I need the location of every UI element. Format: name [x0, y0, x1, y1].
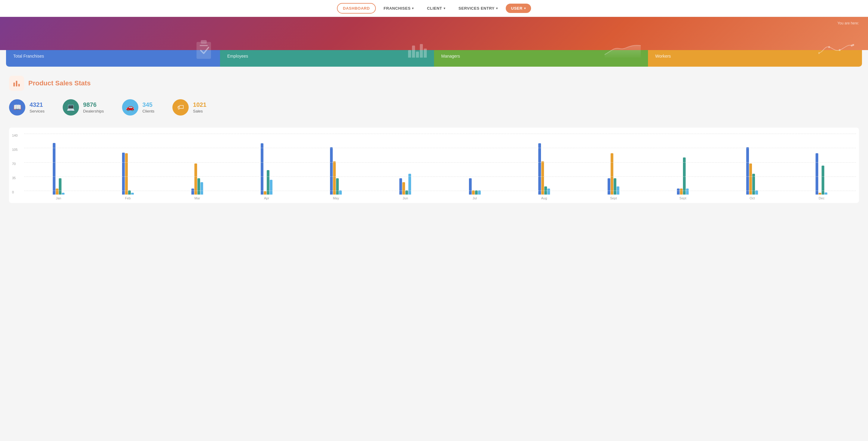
bar — [818, 193, 821, 195]
section-title: Product Sales Stats — [28, 79, 91, 87]
stat-sub-label: Dealerships — [83, 109, 104, 113]
month-group: Oct — [718, 134, 786, 200]
month-bars — [608, 134, 619, 195]
stat-item-sales: 🏷 1021 Sales — [173, 99, 207, 116]
nav-item-dashboard[interactable]: DASHBOARD — [337, 3, 376, 13]
user-button[interactable]: USER ▾ — [506, 4, 531, 13]
month-group: May — [302, 134, 370, 200]
bar — [749, 164, 752, 195]
month-label: Jul — [472, 196, 477, 200]
month-group: Jan — [24, 134, 93, 200]
nav-item-client[interactable]: CLIENT ▾ — [422, 4, 451, 13]
bar — [333, 161, 336, 195]
laptop-icon: 💻 — [63, 99, 79, 116]
bar — [683, 157, 686, 195]
bar — [478, 190, 481, 195]
bar — [677, 188, 680, 195]
svg-rect-7 — [13, 83, 15, 87]
stats-row: 📖 4321 Services 💻 9876 Dealerships 🚗 345… — [9, 99, 859, 116]
bar — [544, 186, 547, 195]
stat-big-number: 1021 — [193, 101, 207, 108]
month-label: Dec — [818, 196, 825, 200]
bar — [402, 182, 405, 195]
stat-item-clients: 🚗 345 Clients — [122, 99, 155, 116]
stat-details: 1021 Sales — [193, 101, 207, 113]
main-content: Product Sales Stats 📖 4321 Services 💻 98… — [0, 67, 868, 212]
bar-chart-icon — [12, 79, 21, 87]
y-label: 140 — [12, 134, 18, 137]
svg-point-4 — [839, 49, 841, 51]
month-label: Jan — [56, 196, 61, 200]
month-bars — [122, 134, 134, 195]
bar — [125, 153, 128, 195]
stat-icon-area — [408, 41, 427, 58]
bar — [472, 190, 475, 195]
tag-icon: 🏷 — [173, 99, 189, 116]
svg-point-6 — [852, 44, 854, 46]
bar — [197, 178, 200, 195]
bar — [686, 188, 689, 195]
navbar: DASHBOARDFRANCHISES ▾CLIENT ▾SERVICES EN… — [0, 0, 868, 17]
stat-sub-label: Sales — [193, 109, 207, 113]
month-label: Apr — [264, 196, 269, 200]
section-header: Product Sales Stats — [9, 76, 859, 91]
month-label: May — [333, 196, 339, 200]
chart-area: JanFebMarAprMayJunJulAugSeptSeptOctDec — [24, 134, 856, 200]
bar — [822, 166, 824, 195]
month-bars — [261, 134, 273, 195]
bars-wrapper: JanFebMarAprMayJunJulAugSeptSeptOctDec — [24, 134, 856, 200]
month-bars — [677, 134, 689, 195]
month-group: Sept — [579, 134, 648, 200]
bar — [755, 190, 758, 195]
stat-sub-label: Clients — [143, 109, 155, 113]
month-bars — [53, 134, 64, 195]
bar — [608, 178, 610, 195]
bar — [191, 188, 194, 195]
stat-item-services: 📖 4321 Services — [9, 99, 44, 116]
stat-details: 4321 Services — [30, 101, 44, 113]
svg-point-2 — [818, 52, 819, 54]
svg-rect-9 — [19, 84, 20, 86]
hero-banner: You are here: — [0, 17, 868, 50]
month-label: Sept — [610, 196, 617, 200]
stat-item-dealerships: 💻 9876 Dealerships — [63, 99, 104, 116]
month-label: Mar — [194, 196, 200, 200]
stat-label: Total Franchises — [13, 54, 44, 59]
month-bars — [399, 134, 411, 195]
bar — [538, 143, 541, 195]
y-label: 105 — [12, 148, 18, 151]
bar — [617, 186, 619, 195]
book-icon: 📖 — [9, 99, 25, 116]
month-group: Apr — [232, 134, 301, 200]
y-label: 0 — [12, 190, 18, 194]
stat-icon-area — [604, 41, 641, 58]
bar — [128, 190, 131, 195]
bar — [264, 191, 267, 195]
bar — [614, 178, 616, 195]
svg-rect-0 — [196, 42, 211, 59]
chevron-down-icon: ▾ — [524, 7, 526, 10]
nav-item-franchises[interactable]: FRANCHISES ▾ — [378, 4, 419, 13]
stat-sub-label: Services — [30, 109, 44, 113]
nav-item-services-entry[interactable]: SERVICES ENTRY ▾ — [453, 4, 503, 13]
bar — [611, 153, 613, 195]
stat-icon-area — [195, 39, 213, 60]
bar — [59, 178, 61, 195]
section-icon-box — [9, 76, 24, 91]
svg-rect-1 — [201, 40, 207, 44]
month-bars — [469, 134, 481, 195]
month-group: Mar — [163, 134, 231, 200]
month-group: Feb — [93, 134, 162, 200]
chevron-down-icon: ▾ — [496, 7, 498, 10]
month-label: Jun — [403, 196, 408, 200]
y-label: 35 — [12, 176, 18, 180]
bar — [53, 143, 56, 195]
chevron-down-icon: ▾ — [444, 7, 445, 10]
car-icon: 🚗 — [122, 99, 138, 116]
bar — [825, 193, 827, 195]
month-group: Sept — [649, 134, 717, 200]
bar — [122, 153, 125, 195]
month-label: Sept — [679, 196, 686, 200]
month-bars — [191, 134, 203, 195]
chevron-down-icon: ▾ — [412, 7, 414, 10]
